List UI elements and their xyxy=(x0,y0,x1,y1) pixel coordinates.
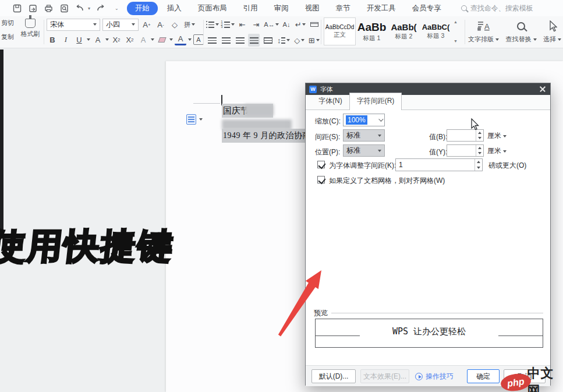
highlight-pen-icon[interactable] xyxy=(156,33,168,46)
superscript-button[interactable]: X2 xyxy=(111,33,122,46)
text-effects-dropdown-icon[interactable] xyxy=(105,38,109,41)
default-button[interactable]: 默认(D)... xyxy=(311,369,356,383)
bullet-list-button[interactable] xyxy=(206,18,219,31)
increase-indent-icon[interactable]: ⇥ xyxy=(250,18,262,31)
style-heading3[interactable]: AaBbC( 标题 3 xyxy=(420,17,452,45)
kerning-size-spinner[interactable]: 1 xyxy=(395,158,483,171)
tab-references[interactable]: 引用 xyxy=(236,2,265,15)
chevron-down-icon xyxy=(93,23,97,26)
ok-button[interactable]: 确定 xyxy=(467,369,500,383)
sort-icon[interactable]: A↓ xyxy=(281,18,292,31)
font-color-dropdown-icon[interactable] xyxy=(188,38,192,41)
underline-button[interactable]: U xyxy=(73,33,85,46)
line-spacing-button[interactable]: ↕ xyxy=(276,34,291,47)
underline-dropdown-icon[interactable] xyxy=(87,38,90,41)
select-tool[interactable]: 选择 xyxy=(543,17,561,44)
highlight-dropdown-icon[interactable] xyxy=(169,38,173,41)
grow-font-button[interactable]: A+ xyxy=(141,18,153,31)
tab-character-spacing[interactable]: 字符间距(R) xyxy=(349,93,402,110)
copy-button[interactable]: 复制 xyxy=(1,33,14,41)
red-annotation-arrow xyxy=(268,262,332,344)
undo-icon[interactable] xyxy=(75,3,85,13)
justify-icon[interactable] xyxy=(248,34,260,47)
char-scale-button[interactable]: A↔ xyxy=(264,18,278,31)
quick-access-toolbar: ▾ ⌄ xyxy=(0,3,119,13)
clear-format-icon[interactable]: ◇ xyxy=(169,18,180,31)
unit-y-dropdown[interactable]: 厘米 xyxy=(487,146,507,156)
site-watermark: php 中文网 xyxy=(501,365,563,392)
snap-to-grid-checkbox[interactable] xyxy=(317,176,325,183)
tab-section[interactable]: 章节 xyxy=(329,2,357,15)
position-dropdown[interactable]: 标准 xyxy=(343,144,385,157)
align-left-icon[interactable] xyxy=(206,34,218,47)
text-layout-icon: A xyxy=(477,19,491,33)
align-center-icon[interactable] xyxy=(220,34,232,47)
style-heading2[interactable]: AaBb( 标题 2 xyxy=(388,17,420,45)
gallery-scroll-down-icon[interactable]: ▼ xyxy=(454,39,458,43)
font-size-select[interactable]: 小四 xyxy=(102,19,139,31)
text-layout-tool[interactable]: A 文字排版 xyxy=(468,17,499,44)
tab-font[interactable]: 字体(N) xyxy=(311,93,349,110)
value-y-spinner[interactable] xyxy=(447,144,484,157)
paste-options-dropdown-icon[interactable] xyxy=(199,118,203,121)
cut-button[interactable]: 剪切 xyxy=(1,19,14,27)
distribute-icon[interactable] xyxy=(262,34,274,47)
align-right-icon[interactable] xyxy=(234,34,246,47)
gallery-scroll-up-icon[interactable]: ▲ xyxy=(454,20,458,24)
svg-text:A: A xyxy=(484,22,490,31)
tab-insert[interactable]: 插入 xyxy=(160,2,189,15)
close-icon[interactable] xyxy=(539,85,547,93)
italic-button[interactable]: I xyxy=(60,33,72,46)
export-icon[interactable] xyxy=(27,3,38,13)
watermark-text: 中文网 xyxy=(527,365,563,392)
dialog-title: 字体 xyxy=(320,85,333,94)
paste-options-icon[interactable] xyxy=(186,114,196,125)
value-b-spinner[interactable] xyxy=(447,129,484,142)
spacing-dropdown[interactable]: 标准 xyxy=(343,129,385,142)
play-icon xyxy=(415,373,423,380)
tab-dev-tools[interactable]: 开发工具 xyxy=(360,2,403,15)
unit-b-dropdown[interactable]: 厘米 xyxy=(487,131,507,141)
customize-quick-access-icon[interactable]: ⌄ xyxy=(115,6,119,11)
tab-member[interactable]: 会员专享 xyxy=(405,2,448,15)
character-border-button[interactable]: A xyxy=(193,34,204,45)
text-direction-icon[interactable]: ↵ xyxy=(295,18,306,31)
select-cursor-icon xyxy=(548,19,557,33)
redo-icon[interactable] xyxy=(95,3,106,13)
brush-icon xyxy=(25,19,36,28)
command-search[interactable]: 查找命令、搜索模板 xyxy=(461,3,533,13)
font-color-button[interactable]: A xyxy=(175,34,186,45)
value-y-label: 值(Y): xyxy=(429,147,447,157)
tab-home[interactable]: 开始 xyxy=(127,2,158,15)
borders-button[interactable]: ⊞ xyxy=(307,34,320,47)
tab-view[interactable]: 视图 xyxy=(298,2,327,15)
font-family-select[interactable]: 宋体 xyxy=(47,19,100,31)
bold-button[interactable]: B xyxy=(47,33,58,46)
kerning-label: 为字体调整字间距(K): xyxy=(329,161,396,171)
numbered-list-button[interactable]: 123 xyxy=(221,18,234,31)
tab-review[interactable]: 审阅 xyxy=(267,2,296,15)
decrease-indent-icon[interactable]: ⇤ xyxy=(236,18,248,31)
shading-dropdown-icon[interactable] xyxy=(151,38,154,41)
search-placeholder: 查找命令、搜索模板 xyxy=(470,3,533,13)
print-icon[interactable] xyxy=(43,3,54,13)
kerning-suffix-label: 磅或更大(O) xyxy=(488,161,526,171)
shrink-font-button[interactable]: A- xyxy=(155,18,167,31)
tab-page-layout[interactable]: 页面布局 xyxy=(191,2,234,15)
undo-dropdown-icon[interactable]: ▾ xyxy=(88,6,90,11)
pinyin-guide-button[interactable]: 拼 xyxy=(183,18,196,31)
text-effects-button[interactable]: A xyxy=(92,33,104,46)
find-replace-tool[interactable]: 查找替换 xyxy=(506,17,537,44)
tips-link[interactable]: 操作技巧 xyxy=(415,372,454,382)
style-heading1[interactable]: AaBb 标题 1 xyxy=(356,17,388,45)
style-normal[interactable]: AaBbCcDd 正文 xyxy=(324,17,356,45)
shading-button[interactable]: ◇ xyxy=(293,34,306,47)
print-preview-icon[interactable] xyxy=(59,3,69,13)
format-painter-button[interactable]: 格式刷 xyxy=(20,17,41,38)
ruler-icon[interactable] xyxy=(309,18,320,31)
scale-combobox[interactable]: 100% xyxy=(343,114,385,126)
highlight-shading-button[interactable]: A xyxy=(137,33,149,46)
save-icon[interactable] xyxy=(12,3,22,13)
subscript-button[interactable]: X2 xyxy=(124,33,136,46)
kerning-checkbox[interactable] xyxy=(317,161,325,168)
